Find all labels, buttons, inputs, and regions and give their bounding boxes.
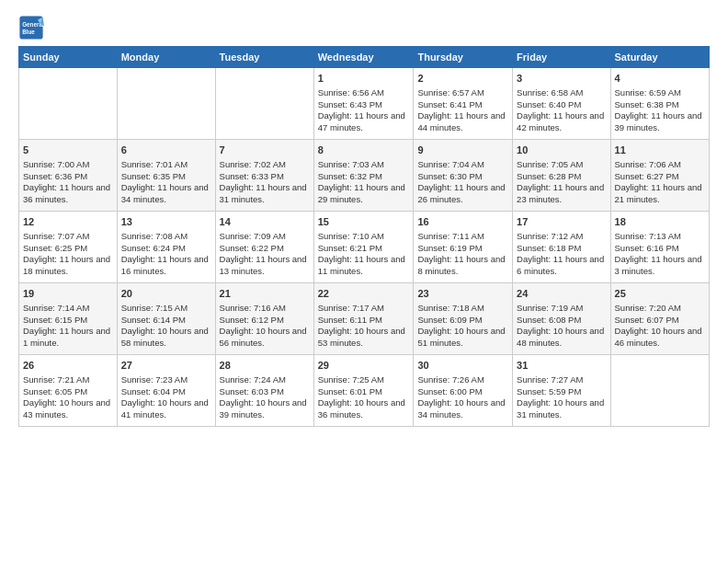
- day-cell: 10Sunrise: 7:05 AMSunset: 6:28 PMDayligh…: [513, 140, 610, 212]
- day-cell: 3Sunrise: 6:58 AMSunset: 6:40 PMDaylight…: [513, 68, 610, 140]
- day-cell: 28Sunrise: 7:24 AMSunset: 6:03 PMDayligh…: [215, 355, 313, 427]
- day-cell: 22Sunrise: 7:17 AMSunset: 6:11 PMDayligh…: [313, 283, 414, 355]
- day-cell: 15Sunrise: 7:10 AMSunset: 6:21 PMDayligh…: [313, 212, 414, 283]
- day-info: Sunset: 6:00 PM: [417, 386, 508, 398]
- day-info: Daylight: 10 hours and 31 minutes.: [517, 397, 606, 421]
- day-info: Sunrise: 7:24 AM: [220, 374, 310, 386]
- day-info: Daylight: 11 hours and 29 minutes.: [318, 182, 410, 206]
- day-number: 23: [417, 287, 508, 301]
- day-info: Sunset: 6:30 PM: [417, 171, 508, 183]
- generalblue-logo-icon: General Blue: [18, 15, 44, 40]
- day-info: Daylight: 10 hours and 39 minutes.: [220, 397, 310, 421]
- day-cell: 13Sunrise: 7:08 AMSunset: 6:24 PMDayligh…: [117, 212, 215, 283]
- day-info: Daylight: 11 hours and 26 minutes.: [417, 182, 508, 206]
- col-header-tuesday: Tuesday: [215, 47, 313, 68]
- day-info: Sunset: 6:43 PM: [318, 99, 410, 111]
- day-info: Sunrise: 7:21 AM: [23, 374, 113, 386]
- day-info: Daylight: 10 hours and 58 minutes.: [121, 326, 211, 350]
- day-info: Sunrise: 7:19 AM: [517, 303, 606, 315]
- day-info: Sunrise: 6:56 AM: [318, 87, 410, 99]
- day-cell: 27Sunrise: 7:23 AMSunset: 6:04 PMDayligh…: [117, 355, 215, 427]
- day-info: Sunrise: 7:01 AM: [121, 159, 211, 171]
- day-info: Sunrise: 7:10 AM: [318, 231, 410, 243]
- day-info: Sunset: 6:24 PM: [121, 243, 211, 255]
- day-cell: 17Sunrise: 7:12 AMSunset: 6:18 PMDayligh…: [513, 212, 610, 283]
- day-info: Sunrise: 7:20 AM: [615, 303, 705, 315]
- day-info: Sunrise: 6:57 AM: [417, 87, 508, 99]
- day-info: Sunset: 6:11 PM: [318, 315, 410, 327]
- week-row-4: 19Sunrise: 7:14 AMSunset: 6:15 PMDayligh…: [19, 283, 710, 355]
- day-cell: 30Sunrise: 7:26 AMSunset: 6:00 PMDayligh…: [414, 355, 513, 427]
- calendar-table: SundayMondayTuesdayWednesdayThursdayFrid…: [18, 46, 710, 427]
- day-cell: 29Sunrise: 7:25 AMSunset: 6:01 PMDayligh…: [313, 355, 414, 427]
- day-info: Sunset: 6:21 PM: [318, 243, 410, 255]
- col-header-wednesday: Wednesday: [313, 47, 414, 68]
- day-cell: 9Sunrise: 7:04 AMSunset: 6:30 PMDaylight…: [414, 140, 513, 212]
- day-info: Sunset: 6:12 PM: [220, 315, 310, 327]
- day-number: 1: [318, 72, 410, 86]
- day-info: Sunrise: 7:00 AM: [23, 159, 113, 171]
- day-number: 11: [615, 144, 705, 157]
- day-number: 22: [318, 287, 410, 301]
- day-cell: 24Sunrise: 7:19 AMSunset: 6:08 PMDayligh…: [513, 283, 610, 355]
- day-info: Sunset: 6:18 PM: [517, 243, 606, 255]
- day-cell: 4Sunrise: 6:59 AMSunset: 6:38 PMDaylight…: [610, 68, 709, 140]
- day-number: 17: [517, 215, 606, 229]
- day-cell: 1Sunrise: 6:56 AMSunset: 6:43 PMDaylight…: [313, 68, 414, 140]
- day-number: 14: [220, 215, 310, 229]
- day-info: Sunset: 6:09 PM: [417, 315, 508, 327]
- day-info: Sunset: 6:22 PM: [220, 243, 310, 255]
- day-info: Daylight: 10 hours and 36 minutes.: [318, 397, 410, 421]
- day-cell: 23Sunrise: 7:18 AMSunset: 6:09 PMDayligh…: [414, 283, 513, 355]
- week-row-5: 26Sunrise: 7:21 AMSunset: 6:05 PMDayligh…: [19, 355, 710, 427]
- day-info: Daylight: 11 hours and 39 minutes.: [615, 110, 705, 134]
- day-number: 25: [615, 287, 705, 301]
- col-header-sunday: Sunday: [19, 47, 118, 68]
- day-cell: 16Sunrise: 7:11 AMSunset: 6:19 PMDayligh…: [414, 212, 513, 283]
- day-info: Daylight: 11 hours and 18 minutes.: [23, 254, 113, 278]
- day-info: Sunrise: 7:09 AM: [220, 231, 310, 243]
- day-cell: [19, 68, 118, 140]
- day-info: Sunrise: 7:17 AM: [318, 303, 410, 315]
- day-info: Sunrise: 7:07 AM: [23, 231, 113, 243]
- day-number: 16: [417, 215, 508, 229]
- day-info: Daylight: 10 hours and 41 minutes.: [121, 397, 211, 421]
- day-info: Daylight: 10 hours and 34 minutes.: [417, 397, 508, 421]
- day-info: Daylight: 10 hours and 51 minutes.: [417, 326, 508, 350]
- day-info: Daylight: 11 hours and 47 minutes.: [318, 110, 410, 134]
- week-row-3: 12Sunrise: 7:07 AMSunset: 6:25 PMDayligh…: [19, 212, 710, 283]
- day-info: Daylight: 11 hours and 16 minutes.: [121, 254, 211, 278]
- col-header-saturday: Saturday: [610, 47, 709, 68]
- day-info: Sunrise: 7:08 AM: [121, 231, 211, 243]
- day-number: 7: [220, 144, 310, 157]
- svg-text:Blue: Blue: [22, 29, 35, 35]
- col-header-thursday: Thursday: [414, 47, 513, 68]
- day-info: Sunset: 6:16 PM: [615, 243, 705, 255]
- day-cell: 5Sunrise: 7:00 AMSunset: 6:36 PMDaylight…: [19, 140, 118, 212]
- day-info: Sunrise: 7:14 AM: [23, 303, 113, 315]
- col-header-friday: Friday: [513, 47, 610, 68]
- day-info: Sunset: 6:05 PM: [23, 386, 113, 398]
- col-header-monday: Monday: [117, 47, 215, 68]
- day-info: Sunrise: 7:23 AM: [121, 374, 211, 386]
- day-info: Daylight: 11 hours and 23 minutes.: [517, 182, 606, 206]
- day-info: Sunset: 6:38 PM: [615, 99, 705, 111]
- day-info: Sunset: 6:28 PM: [517, 171, 606, 183]
- day-info: Sunrise: 7:02 AM: [220, 159, 310, 171]
- day-info: Sunrise: 7:15 AM: [121, 303, 211, 315]
- day-info: Sunset: 6:04 PM: [121, 386, 211, 398]
- day-number: 5: [23, 144, 113, 157]
- day-number: 8: [318, 144, 410, 157]
- week-row-2: 5Sunrise: 7:00 AMSunset: 6:36 PMDaylight…: [19, 140, 710, 212]
- day-info: Daylight: 10 hours and 56 minutes.: [220, 326, 310, 350]
- day-info: Daylight: 10 hours and 46 minutes.: [615, 326, 705, 350]
- day-number: 6: [121, 144, 211, 157]
- day-info: Sunrise: 7:26 AM: [417, 374, 508, 386]
- header-area: General Blue: [18, 15, 710, 40]
- day-info: Sunrise: 7:27 AM: [517, 374, 606, 386]
- day-info: Sunset: 6:19 PM: [417, 243, 508, 255]
- day-info: Sunset: 6:08 PM: [517, 315, 606, 327]
- day-info: Sunrise: 6:59 AM: [615, 87, 705, 99]
- day-info: Sunset: 6:25 PM: [23, 243, 113, 255]
- day-info: Daylight: 11 hours and 1 minute.: [23, 326, 113, 350]
